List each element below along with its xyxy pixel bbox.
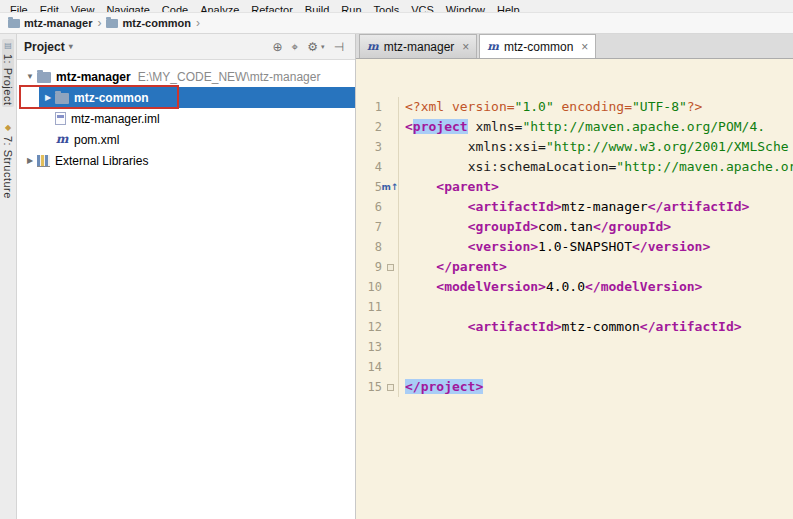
code-line-7[interactable]: 7 <groupId>com.tan</groupId> [356,217,793,237]
token-tag: </groupId> [593,219,671,234]
project-panel: Project ▾ ⊕⌖⚙▾⊣ ▼mtz-managerE:\MY_CODE_N… [17,34,356,519]
fold-marker[interactable] [387,264,394,271]
hide-panel-icon[interactable]: ⊣ [334,40,344,54]
code-line-10[interactable]: 10 <modelVersion>4.0.0</modelVersion> [356,277,793,297]
code-line-12[interactable]: 12 <artifactId>mtz-common</artifactId> [356,317,793,337]
settings-gear-icon[interactable]: ⚙ [307,40,318,54]
close-tab-icon[interactable]: × [462,40,469,54]
menu-window[interactable]: Window [440,2,491,13]
menu-view[interactable]: View [65,2,101,13]
menu-vcs[interactable]: VCS [405,2,440,13]
fold-column [382,157,398,177]
token-tag: < [405,119,413,134]
tree-node-pom.xml[interactable]: mpom.xml [17,129,355,150]
menu-navigate[interactable]: Navigate [100,2,155,13]
tree-node-label: pom.xml [74,133,119,147]
line-number: 13 [356,337,382,357]
code-text: <version>1.0-SNAPSHOT</version> [399,237,710,257]
line-number: 15 [356,377,382,397]
code-line-8[interactable]: 8 <version>1.0-SNAPSHOT</version> [356,237,793,257]
tree-node-label: External Libraries [55,154,148,168]
code-text: <modelVersion>4.0.0</modelVersion> [399,277,702,297]
project-panel-header: Project ▾ ⊕⌖⚙▾⊣ [17,34,355,60]
editor[interactable]: 1<?xml version="1.0" encoding="UTF-8"?>2… [356,59,793,519]
maven-file-icon: m [55,133,69,146]
menu-analyze[interactable]: Analyze [194,2,245,13]
libs-icon [37,155,50,167]
breadcrumb-item-mtz-manager[interactable]: mtz-manager [8,17,92,29]
fold-column [382,357,398,377]
project-view-dropdown[interactable]: Project ▾ [24,40,73,54]
expand-arrow-icon[interactable]: ▶ [23,156,37,165]
token-tag: <modelVersion> [436,279,546,294]
line-number: 12 [356,317,382,337]
tab-mtz-common[interactable]: mmtz-common× [479,34,596,58]
token-plain [405,319,468,334]
tool-button-structure[interactable]: ◆7: Structure [2,123,14,199]
token-plain [405,179,436,194]
tree-node-label: mtz-common [74,91,149,105]
tree-node-External Libraries[interactable]: ▶External Libraries [17,150,355,171]
editor-area: mmtz-manager×mmtz-common× 1<?xml version… [356,34,793,519]
fold-marker[interactable] [387,384,394,391]
token-text: com.tan [538,219,593,234]
line-number: 8 [356,237,382,257]
code-text: <artifactId>mtz-manager</artifactId> [399,197,749,217]
code-line-2[interactable]: 2<project xmlns="http://maven.apache.org… [356,117,793,137]
code-line-3[interactable]: 3 xmlns:xsi="http://www.w3.org/2001/XMLS… [356,137,793,157]
code-line-9[interactable]: 9 </parent> [356,257,793,277]
chevron-down-icon: ▾ [321,43,325,51]
menu-code[interactable]: Code [156,2,194,13]
code-line-4[interactable]: 4 xsi:schemaLocation="http://maven.apach… [356,157,793,177]
menu-refactor[interactable]: Refactor [245,2,299,13]
code-line-15[interactable]: 15</project> [356,377,793,397]
token-tag: <artifactId> [468,319,562,334]
maven-parent-pom-icon[interactable]: m↑ [382,177,399,197]
token-plain [405,259,436,274]
line-number: 6 [356,197,382,217]
tool-button-project[interactable]: ▤1: Project [2,39,14,107]
token-plain [405,139,468,154]
fold-column [382,117,398,137]
fold-column [382,297,398,317]
breadcrumb-item-mtz-common[interactable]: mtz-common [106,17,190,29]
token-tag: </version> [632,239,710,254]
menu-tools[interactable]: Tools [368,2,406,13]
line-number: 9 [356,257,382,277]
line-number: 10 [356,277,382,297]
gutter: 4 [356,157,399,177]
collapse-all-icon[interactable]: ⊕ [272,40,282,54]
scroll-to-source-icon[interactable]: ⌖ [292,40,299,54]
tree-node-mtz-common[interactable]: ▶mtz-common [17,87,355,108]
menu-build[interactable]: Build [299,2,335,13]
code-area: 1<?xml version="1.0" encoding="UTF-8"?>2… [356,59,793,397]
menu-edit[interactable]: Edit [34,2,65,13]
menu-file[interactable]: File [4,2,34,13]
code-line-5[interactable]: 5m↑ <parent> [356,177,793,197]
menu-run[interactable]: Run [335,2,367,13]
menu-bar: FileEditViewNavigateCodeAnalyzeRefactorB… [0,0,793,13]
expand-arrow-icon[interactable]: ▶ [41,93,55,102]
code-text [399,357,405,377]
code-line-1[interactable]: 1<?xml version="1.0" encoding="UTF-8"?> [356,97,793,117]
tab-mtz-manager[interactable]: mmtz-manager× [359,34,477,58]
close-tab-icon[interactable]: × [581,40,588,54]
tab-label: mtz-manager [384,40,455,54]
gutter: 13 [356,337,399,357]
code-line-13[interactable]: 13 [356,337,793,357]
folder-icon [37,72,51,83]
code-text: xmlns:xsi="http://www.w3.org/2001/XMLSch… [399,137,789,157]
code-line-6[interactable]: 6 <artifactId>mtz-manager</artifactId> [356,197,793,217]
token-taghl: project [413,119,468,134]
token-attr: xmlns:xsi= [468,139,546,154]
line-number: 1 [356,97,382,117]
code-line-11[interactable]: 11 [356,297,793,317]
code-text: <artifactId>mtz-common</artifactId> [399,317,742,337]
tree-node-mtz-manager.iml[interactable]: mtz-manager.iml [17,108,355,129]
gutter: 14 [356,357,399,377]
token-taghl: </project> [405,379,483,394]
menu-help[interactable]: Help [491,2,526,13]
code-line-14[interactable]: 14 [356,357,793,377]
collapse-arrow-icon[interactable]: ▼ [23,72,37,81]
tree-node-mtz-manager[interactable]: ▼mtz-managerE:\MY_CODE_NEW\mtz-manager [17,66,355,87]
